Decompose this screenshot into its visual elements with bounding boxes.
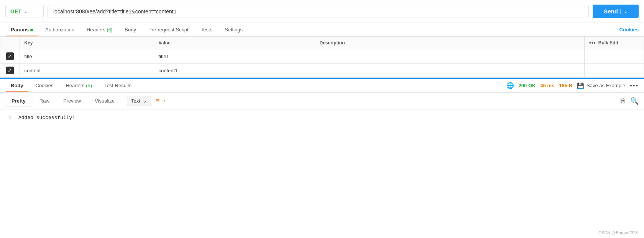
resp-tab-headers[interactable]: Headers (5) bbox=[60, 79, 97, 92]
row1-key[interactable]: title bbox=[20, 49, 154, 64]
response-meta: 🌐 200 OK 46 ms 185 B 💾 Save as Example •… bbox=[506, 82, 639, 89]
col-key: Key bbox=[20, 37, 154, 49]
method-label: GET bbox=[10, 8, 21, 15]
tab-body[interactable]: Body bbox=[119, 23, 141, 36]
watermark: CSDN @Burger2325 bbox=[598, 230, 638, 235]
resp-tab-body[interactable]: Body bbox=[5, 79, 29, 92]
resp-tab-test-results[interactable]: Test Results bbox=[99, 79, 137, 92]
word-wrap-icon[interactable]: ≡→ bbox=[156, 97, 167, 105]
body-actions: ⎘ 🔍 bbox=[621, 97, 639, 105]
format-chevron-icon: ⌄ bbox=[143, 98, 147, 104]
copy-icon[interactable]: ⎘ bbox=[621, 97, 625, 105]
row2-value[interactable]: content1 bbox=[154, 64, 315, 78]
line-number: 1 bbox=[5, 115, 12, 121]
tab-settings[interactable]: Settings bbox=[219, 23, 248, 36]
response-time: 46 ms bbox=[540, 83, 554, 88]
row2-key[interactable]: content bbox=[20, 64, 154, 78]
send-label: Send bbox=[604, 8, 618, 15]
resp-headers-badge: (5) bbox=[86, 83, 92, 88]
row2-description[interactable] bbox=[315, 64, 585, 78]
params-section: Key Value Description ••• Bulk Edit bbox=[0, 37, 644, 78]
row1-description[interactable] bbox=[315, 49, 585, 64]
url-bar: GET ⌄ localhost:8080/ee/add?title=title1… bbox=[0, 0, 644, 23]
row2-checkbox[interactable]: ✓ bbox=[0, 64, 20, 78]
send-button[interactable]: Send ⌄ bbox=[593, 5, 639, 18]
params-dot bbox=[30, 29, 33, 31]
resp-tab-cookies[interactable]: Cookies bbox=[30, 79, 59, 92]
globe-icon: 🌐 bbox=[506, 82, 514, 89]
tab-authorization[interactable]: Authorization bbox=[40, 23, 80, 36]
col-bulk-edit: ••• Bulk Edit bbox=[585, 37, 644, 49]
method-selector[interactable]: GET ⌄ bbox=[5, 5, 44, 18]
more-icon: ••• bbox=[589, 40, 596, 46]
subtab-raw[interactable]: Raw bbox=[33, 96, 56, 106]
code-content: Added successfully! bbox=[18, 115, 75, 121]
search-icon[interactable]: 🔍 bbox=[630, 97, 639, 105]
tab-headers[interactable]: Headers (6) bbox=[81, 23, 118, 36]
row1-value[interactable]: title1 bbox=[154, 49, 315, 64]
code-area: 1 Added successfully! bbox=[0, 109, 644, 126]
row2-extra bbox=[585, 64, 644, 78]
col-checkbox bbox=[0, 37, 20, 49]
table-row: ✓ title title1 bbox=[0, 49, 644, 64]
cookies-link[interactable]: Cookies bbox=[619, 27, 639, 33]
subtab-preview[interactable]: Preview bbox=[57, 96, 87, 106]
checkbox-icon: ✓ bbox=[6, 52, 14, 60]
send-chevron-icon: ⌄ bbox=[620, 9, 628, 14]
params-table: Key Value Description ••• Bulk Edit bbox=[0, 37, 644, 77]
headers-badge: (6) bbox=[107, 27, 113, 33]
col-value: Value bbox=[154, 37, 315, 49]
request-tabs: Params Authorization Headers (6) Body Pr… bbox=[0, 23, 644, 37]
tab-pre-request[interactable]: Pre-request Script bbox=[143, 23, 194, 36]
response-tabs: Body Cookies Headers (5) Test Results 🌐 … bbox=[0, 79, 644, 93]
row1-checkbox[interactable]: ✓ bbox=[0, 49, 20, 64]
save-icon: 💾 bbox=[577, 82, 584, 89]
col-description: Description bbox=[315, 37, 585, 49]
format-dropdown[interactable]: Text ⌄ bbox=[127, 96, 151, 106]
table-row: ✓ content content1 bbox=[0, 64, 644, 78]
tab-tests[interactable]: Tests bbox=[196, 23, 218, 36]
checkbox-icon: ✓ bbox=[6, 67, 14, 74]
tab-params[interactable]: Params bbox=[5, 23, 38, 36]
status-badge: 200 OK bbox=[519, 83, 536, 88]
more-options-icon[interactable]: ••• bbox=[630, 82, 639, 89]
response-size: 185 B bbox=[559, 83, 572, 88]
url-input[interactable]: localhost:8080/ee/add?title=title1&conte… bbox=[48, 5, 589, 18]
row1-extra bbox=[585, 49, 644, 64]
subtab-visualize[interactable]: Visualize bbox=[89, 96, 121, 106]
subtab-pretty[interactable]: Pretty bbox=[5, 96, 32, 106]
body-subtabs: Pretty Raw Preview Visualize Text ⌄ ≡→ ⎘… bbox=[0, 93, 644, 109]
method-chevron-icon: ⌄ bbox=[24, 9, 28, 14]
save-example-button[interactable]: 💾 Save as Example bbox=[577, 82, 625, 89]
code-line: 1 Added successfully! bbox=[5, 115, 639, 121]
